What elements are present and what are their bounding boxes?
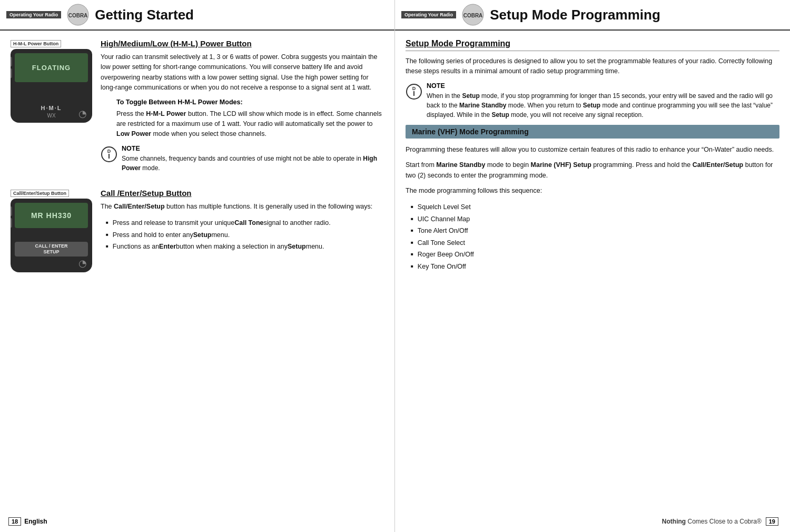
svg-text:COBRA: COBRA: [463, 13, 483, 18]
left-page-number: 18: [8, 517, 21, 526]
hml-toggle-title: To Toggle Between H-M-L Power Modes:: [116, 98, 384, 106]
call-section-title: Call /Enter/Setup Button: [101, 189, 372, 198]
marine-bullet-4: Call Tone Select: [411, 237, 779, 249]
svg-text:COBRA: COBRA: [68, 13, 88, 18]
note-icon-hml: D: [101, 146, 117, 163]
setup-note-content: NOTE When in the Setup mode, if you stop…: [427, 82, 779, 120]
side-btn-1: [11, 57, 12, 66]
setup-note-body: When in the Setup mode, if you stop prog…: [427, 91, 779, 120]
nothing-text: Nothing: [662, 518, 686, 525]
bullet-item-1: Press and release to transmit your uniqu…: [106, 217, 372, 229]
call-bullets: Press and release to transmit your uniqu…: [101, 217, 372, 253]
setup-note: D NOTE When in the Setup mode, if you st…: [406, 82, 779, 120]
right-page: Operating Your Radio COBRA Setup Mode Pr…: [395, 0, 790, 532]
marine-body-2: Start from Marine Standby mode to begin …: [406, 160, 779, 181]
cobra-logo-icon: COBRA: [66, 3, 90, 26]
hml-note-body: Some channels, frequency bands and count…: [122, 154, 384, 173]
hml-note-title: NOTE: [122, 145, 384, 152]
right-page-number: 19: [766, 517, 778, 526]
snake-icon: ◔: [78, 108, 87, 120]
marine-bullet-2: UIC Channel Map: [411, 213, 779, 225]
hml-side-buttons: [11, 57, 12, 78]
hml-radio-screen: FLOATING: [15, 53, 88, 82]
marine-bar-title: Marine (VHF) Mode Programming: [406, 125, 779, 139]
call-side-btn-1: [11, 206, 12, 216]
svg-text:D: D: [412, 86, 416, 91]
setup-section: Setup Mode Programming The following ser…: [406, 39, 779, 120]
marine-bullet-1: Squelch Level Set: [411, 201, 779, 213]
marine-section: Marine (VHF) Mode Programming Programmin…: [406, 125, 779, 273]
left-page: Operating Your Radio COBRA Getting Start…: [0, 0, 395, 532]
cobra-logo-icon-right: COBRA: [461, 3, 485, 26]
hml-radio-body: FLOATING H·M·L WX ◔: [11, 49, 92, 123]
marine-bullet-6: Key Tone On/Off: [411, 261, 779, 273]
setup-body: The following series of procedures is de…: [406, 56, 779, 77]
wx-indicator: WX: [47, 113, 55, 119]
marine-bullet-3: Tone Alert On/Off: [411, 225, 779, 237]
right-header-title: Setup Mode Programming: [490, 7, 660, 23]
call-btn-text: CALL / ENTER SETUP: [35, 243, 68, 255]
hml-toggle-section: To Toggle Between H-M-L Power Modes: Pre…: [116, 98, 384, 140]
call-screen-text: MR HH330: [31, 211, 72, 220]
call-radio-body: MR HH330 CALL / ENTER SETUP ◔: [11, 199, 92, 272]
call-device-section: Call/Enter/Setup Button MR HH330 CALL / …: [11, 189, 384, 272]
marine-bullet-5: Roger Beep On/Off: [411, 249, 779, 261]
svg-text:D: D: [107, 149, 111, 154]
comes-close-text: Comes Close to a Cobra®: [686, 518, 762, 525]
setup-note-title: NOTE: [427, 82, 779, 90]
call-text-content: Call /Enter/Setup Button The Call/Enter/…: [101, 189, 372, 257]
call-device-image: Call/Enter/Setup Button MR HH330 CALL / …: [11, 189, 92, 272]
call-side-buttons: [11, 206, 12, 228]
right-footer-brand: Nothing Comes Close to a Cobra®: [662, 518, 762, 525]
hml-section-title: High/Medium/Low (H-M-L) Power Button: [101, 39, 384, 48]
setup-title: Setup Mode Programming: [406, 39, 779, 48]
left-page-lang: English: [24, 518, 47, 525]
call-body-intro: The Call/Enter/Setup button has multiple…: [101, 202, 372, 212]
hml-text-content: High/Medium/Low (H-M-L) Power Button You…: [101, 39, 384, 178]
call-radio-screen: MR HH330: [15, 203, 88, 228]
left-header-badge: Operating Your Radio: [6, 11, 61, 18]
hml-device-label: H-M-L Power Button: [11, 40, 61, 47]
bullet-item-2: Press and hold to enter any Setup menu.: [106, 229, 372, 241]
hml-device-section: H-M-L Power Button FLOATING H·M·L WX ◔: [11, 39, 384, 178]
left-footer: 18 English: [0, 517, 394, 526]
setup-divider: [406, 51, 779, 51]
hml-body-text: Your radio can transmit selectively at 1…: [101, 52, 384, 93]
hml-device-image: H-M-L Power Button FLOATING H·M·L WX ◔: [11, 39, 92, 123]
marine-bullets: Squelch Level Set UIC Channel Map Tone A…: [406, 201, 779, 272]
right-header-badge: Operating Your Radio: [401, 11, 456, 18]
marine-body-3: The mode programming follows this sequen…: [406, 186, 779, 196]
right-footer-right: Nothing Comes Close to a Cobra® 19: [662, 517, 782, 526]
call-device-label: Call/Enter/Setup Button: [11, 190, 69, 197]
snake-icon-2: ◔: [78, 258, 87, 269]
left-header-title: Getting Started: [95, 7, 194, 23]
call-side-btn-2: [11, 218, 12, 228]
side-btn-2: [11, 68, 12, 78]
right-header: Operating Your Radio COBRA Setup Mode Pr…: [395, 0, 790, 31]
hml-screen-text: FLOATING: [32, 64, 71, 72]
bullet-item-3: Functions as an Enter button when making…: [106, 241, 372, 253]
marine-body-1: Programming these features will allow yo…: [406, 145, 779, 155]
hml-toggle-body: Press the H-M-L Power button. The LCD wi…: [116, 109, 384, 140]
hml-note-content: NOTE Some channels, frequency bands and …: [122, 145, 384, 173]
left-header: Operating Your Radio COBRA Getting Start…: [0, 0, 394, 31]
left-footer-left: 18 English: [8, 517, 47, 526]
note-icon-setup: D: [406, 83, 422, 100]
hml-note: D NOTE Some channels, frequency bands an…: [101, 145, 384, 173]
hml-indicator: H·M·L: [41, 105, 62, 111]
right-footer: Nothing Comes Close to a Cobra® 19: [395, 517, 790, 526]
call-button-row: CALL / ENTER SETUP: [15, 242, 88, 257]
